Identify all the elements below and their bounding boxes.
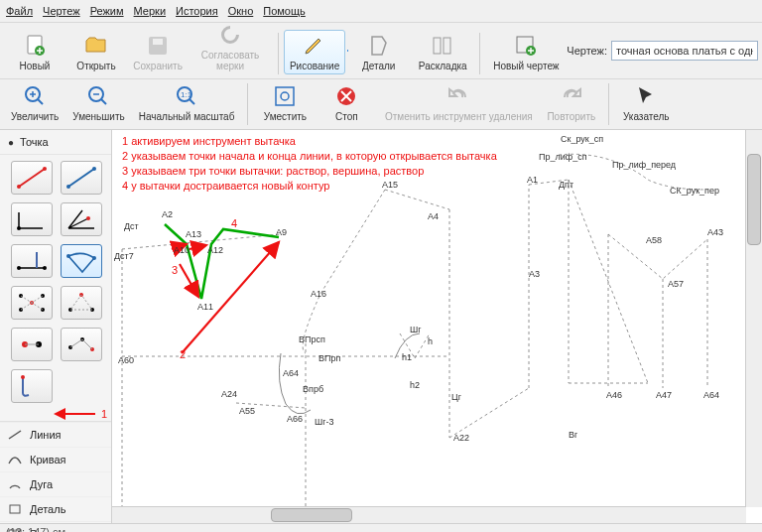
horizontal-scrollbar[interactable] [112, 506, 746, 523]
pt: Впрб [303, 384, 323, 394]
pencil-icon [302, 33, 327, 59]
pt: Дст [124, 221, 139, 231]
vertical-scrollbar[interactable] [745, 130, 762, 507]
zoom-in-button[interactable]: Увеличить [4, 80, 65, 125]
menu-drawing[interactable]: Чертеж [43, 5, 80, 17]
menu-file[interactable]: Файл [6, 5, 33, 17]
svg-line-57 [449, 388, 529, 438]
svg-line-55 [385, 190, 449, 209]
new-drawing-icon [513, 33, 539, 59]
svg-point-19 [66, 185, 70, 189]
hscroll-thumb[interactable] [271, 508, 352, 522]
canvas-wrap: 1 активируем инструмент вытачка 2 указыв… [112, 130, 762, 523]
cat-line[interactable]: Линия [0, 422, 111, 447]
svg-point-27 [66, 254, 70, 258]
tool-perpendicular[interactable] [11, 244, 53, 278]
pt: Цг [451, 392, 461, 402]
menu-history[interactable]: История [176, 5, 218, 17]
svg-point-43 [21, 375, 25, 379]
svg-point-13 [281, 92, 289, 100]
sync-measures-button[interactable]: Согласовать мерки [189, 19, 272, 74]
pt: Дст7 [114, 251, 134, 261]
tool-angle[interactable] [11, 202, 53, 236]
tool-triangle[interactable] [61, 286, 102, 320]
svg-text:1:1: 1:1 [181, 90, 192, 99]
zoom-in-icon [22, 83, 48, 109]
pt: А22 [453, 433, 469, 443]
mode-layout-button[interactable]: Раскладка [412, 30, 473, 74]
pt: h1 [402, 352, 412, 362]
pt: Дпт [559, 180, 573, 190]
mode-details-button[interactable]: Детали [348, 30, 410, 74]
svg-line-66 [182, 242, 279, 353]
pt: А46 [606, 390, 622, 400]
svg-rect-5 [444, 38, 450, 54]
svg-text:4: 4 [231, 217, 237, 229]
open-button[interactable]: Открыть [65, 30, 127, 74]
menu-help[interactable]: Помощь [263, 5, 306, 17]
pt: А2 [162, 209, 173, 219]
tool-intersection[interactable] [11, 286, 53, 320]
save-icon [145, 33, 171, 59]
undo-delete-button[interactable]: Отменить инструмент удаления [377, 80, 540, 125]
pt: А64 [703, 390, 719, 400]
new-button[interactable]: Новый [4, 30, 65, 74]
pt: А10 [174, 245, 190, 255]
tool-bisector[interactable] [61, 202, 102, 236]
svg-point-20 [92, 167, 96, 171]
zoom-out-button[interactable]: Уменьшить [65, 80, 131, 125]
cat-arc[interactable]: Дуга [0, 471, 111, 496]
menu-measures[interactable]: Мерки [134, 5, 166, 17]
pt: А12 [207, 245, 223, 255]
tool-point-on-line[interactable] [11, 161, 53, 195]
svg-rect-12 [276, 87, 294, 105]
zoom-out-icon [85, 83, 111, 109]
drawing-canvas[interactable]: 1 активируем инструмент вытачка 2 указыв… [112, 130, 746, 507]
redo-button[interactable]: Повторить [540, 80, 602, 125]
pointer-button[interactable]: Указатель [615, 80, 677, 125]
pt: Вг [569, 430, 577, 440]
svg-line-45 [9, 431, 21, 439]
pt: Пр_лиф_сп [539, 152, 587, 162]
tool-point-of-contact[interactable] [61, 328, 102, 361]
mode-drawing-button[interactable]: Рисование [284, 30, 345, 74]
pt: А43 [707, 227, 723, 237]
pt: ВПрсп [299, 334, 325, 344]
annotation-arrow-1: 1 [0, 407, 111, 421]
svg-rect-4 [434, 38, 441, 54]
pt: А3 [529, 269, 540, 279]
status-bar: (13; 147) см [0, 523, 762, 532]
toolbar-view: Увеличить Уменьшить 1:1 Начальный масшта… [0, 79, 762, 130]
pt: h2 [410, 380, 420, 390]
sync-icon [217, 22, 243, 48]
toolbar-separator [608, 83, 609, 125]
pt: А15 [382, 180, 398, 190]
palette-grid [0, 155, 111, 403]
sidebar-categories: Линия Кривая Дуга Деталь Раскладка [0, 421, 111, 532]
tool-point-xy[interactable] [11, 328, 53, 361]
svg-point-28 [92, 256, 96, 260]
stop-icon [333, 83, 359, 109]
pt: А47 [656, 390, 672, 400]
tool-endpoint[interactable] [11, 369, 53, 403]
new-drawing-button[interactable]: Новый чертеж [485, 30, 567, 74]
vscroll-thumb[interactable] [747, 154, 761, 245]
menu-window[interactable]: Окно [228, 5, 254, 17]
sidebar: Точка 1 Линия Кривая Дуга Деталь Расклад… [0, 130, 112, 523]
tool-line-between[interactable] [61, 161, 102, 195]
pt: А58 [646, 235, 662, 245]
stop-button[interactable]: Стоп [316, 80, 377, 125]
pt: А55 [239, 406, 255, 416]
cat-curve[interactable]: Кривая [0, 447, 111, 471]
palette-header-point[interactable]: Точка [0, 130, 111, 155]
svg-line-62 [569, 180, 648, 383]
status-coords: (13; 147) см [6, 526, 65, 532]
menu-mode[interactable]: Режим [90, 5, 124, 17]
fit-button[interactable]: Уместить [254, 80, 316, 125]
zoom-initial-button[interactable]: 1:1 Начальный масштаб [132, 80, 242, 125]
save-button[interactable]: Сохранить [127, 30, 189, 74]
cat-detail[interactable]: Деталь [0, 496, 111, 521]
drawing-select[interactable] [611, 41, 758, 61]
pt: Шг [410, 325, 422, 334]
tool-dart[interactable] [61, 244, 102, 278]
